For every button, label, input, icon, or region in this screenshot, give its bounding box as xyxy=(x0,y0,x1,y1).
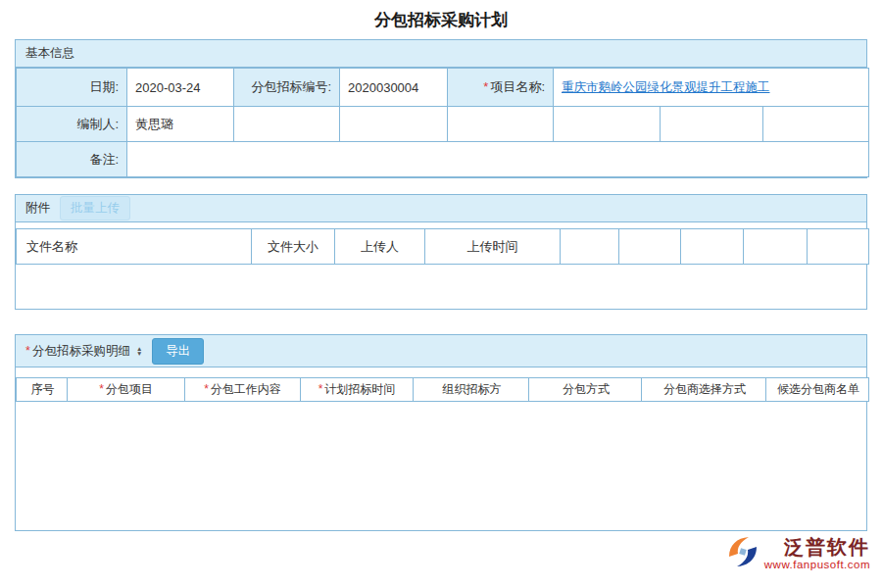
brand-name: 泛普软件 xyxy=(784,535,870,559)
page-title: 分包招标采购计划 xyxy=(0,0,882,39)
column-header-candidate-list: 候选分包商名单 xyxy=(766,378,869,402)
remark-value xyxy=(127,142,869,177)
empty-cell xyxy=(554,107,661,142)
compiler-label: 编制人: xyxy=(17,107,127,142)
column-header-sub-item: *分包项目 xyxy=(68,378,185,402)
empty-column-header xyxy=(619,229,681,265)
empty-column-header xyxy=(561,229,619,265)
bid-number-label: 分包招标编号: xyxy=(234,69,340,107)
attachments-section-title: 附件 xyxy=(25,200,50,217)
column-header-file-size: 文件大小 xyxy=(252,229,335,265)
basic-info-section-header: 基本信息 xyxy=(16,40,866,68)
date-label: 日期: xyxy=(17,69,127,107)
details-empty-body xyxy=(16,402,866,530)
empty-cell xyxy=(448,107,554,142)
empty-column-header xyxy=(808,229,869,265)
compiler-value: 黄思璐 xyxy=(127,107,234,142)
details-section-title: *分包招标采购明细 xyxy=(25,343,130,360)
column-header-plan-time: *计划招标时间 xyxy=(301,378,414,402)
empty-cell xyxy=(661,107,763,142)
column-header-file-name: 文件名称 xyxy=(17,229,252,265)
brand-website: www.fanpusoft.com xyxy=(764,559,870,570)
fanpu-logo-icon xyxy=(725,535,760,568)
basic-info-panel: 基本信息 日期: 2020-03-24 分包招标编号: 2020030004 *… xyxy=(15,39,867,178)
empty-cell xyxy=(763,107,869,142)
spacer xyxy=(16,368,866,377)
attachments-table: 文件名称 文件大小 上传人 上传时间 xyxy=(16,228,869,265)
basic-info-section-title: 基本信息 xyxy=(25,45,74,62)
column-header-uploader: 上传人 xyxy=(335,229,425,265)
attachments-empty-body xyxy=(16,265,866,309)
required-asterisk: * xyxy=(483,79,488,94)
column-header-sub-method: 分包方式 xyxy=(529,378,642,402)
attachments-panel: 附件 批量上传 文件名称 文件大小 上传人 上传时间 xyxy=(15,194,867,310)
details-section-header: *分包招标采购明细 ▲ ▼ 导出 xyxy=(16,335,866,368)
project-name-cell: 重庆市鹅岭公园绿化景观提升工程施工 xyxy=(554,69,869,107)
empty-cell xyxy=(340,107,448,142)
column-header-upload-time: 上传时间 xyxy=(425,229,561,265)
empty-column-header xyxy=(681,229,744,265)
column-header-selection-method: 分包商选择方式 xyxy=(642,378,766,402)
date-value: 2020-03-24 xyxy=(127,69,234,107)
project-name-label: *项目名称: xyxy=(448,69,554,107)
sort-toggle-icon[interactable]: ▲ ▼ xyxy=(136,346,142,356)
column-header-organizer: 组织招标方 xyxy=(414,378,529,402)
procurement-details-panel: *分包招标采购明细 ▲ ▼ 导出 序号 *分包项目 *分包工作内容 *计划招标时… xyxy=(15,334,867,531)
remark-label: 备注: xyxy=(17,142,127,177)
project-name-link[interactable]: 重庆市鹅岭公园绿化景观提升工程施工 xyxy=(562,80,770,94)
bid-number-value: 2020030004 xyxy=(340,69,448,107)
column-header-work-content: *分包工作内容 xyxy=(185,378,301,402)
brand-texts: 泛普软件 www.fanpusoft.com xyxy=(764,535,870,570)
export-button[interactable]: 导出 xyxy=(152,338,204,365)
required-asterisk: * xyxy=(25,344,30,358)
details-table: 序号 *分包项目 *分包工作内容 *计划招标时间 组织招标方 分包方式 分包商选… xyxy=(16,377,869,402)
empty-column-header xyxy=(744,229,808,265)
column-header-seq: 序号 xyxy=(17,378,68,402)
brand-footer: 泛普软件 www.fanpusoft.com xyxy=(725,535,870,570)
basic-info-table: 日期: 2020-03-24 分包招标编号: 2020030004 *项目名称:… xyxy=(16,68,869,177)
empty-cell xyxy=(234,107,340,142)
attachments-section-header: 附件 批量上传 xyxy=(16,195,866,222)
sort-down-icon: ▼ xyxy=(136,351,142,356)
batch-upload-button[interactable]: 批量上传 xyxy=(60,196,130,220)
